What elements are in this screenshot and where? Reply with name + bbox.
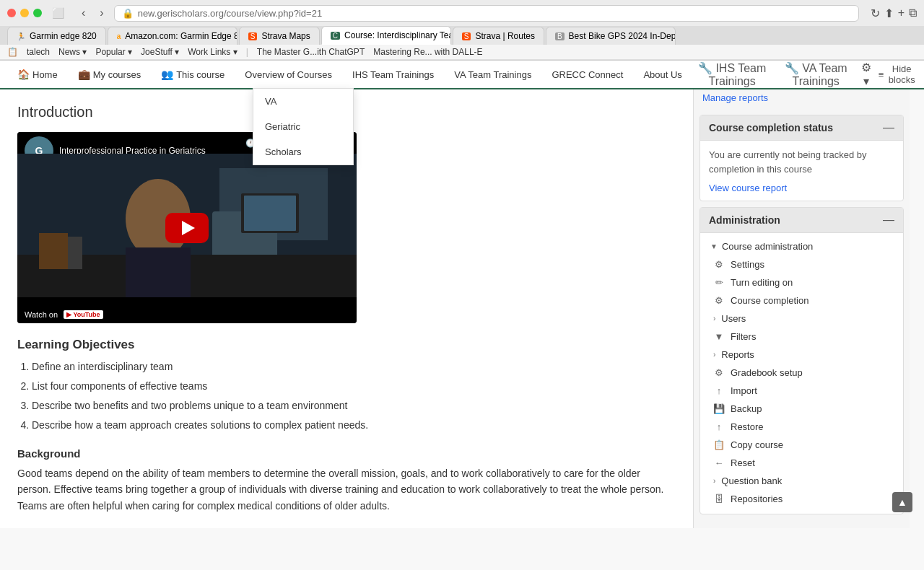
admin-question-bank-label: Question bank [721, 475, 782, 486]
svg-rect-4 [39, 233, 68, 269]
share-button[interactable]: ⬆ [884, 6, 894, 20]
bookmark-separator: | [246, 47, 248, 57]
tab-strava-maps[interactable]: S Strava Maps [239, 27, 320, 45]
ihs-team-trainings-nav-btn[interactable]: 🔧 IHS Team Trainings [692, 61, 772, 88]
nav-ihs-team[interactable]: IHS Team Trainings [342, 61, 444, 88]
admin-backup-item[interactable]: 💾 Backup [703, 400, 900, 418]
tab-best-bike-gps[interactable]: B Best Bike GPS 2024 In-Depth: G... [546, 27, 676, 45]
nav-bar: 🏠 Home 💼 My courses 👥 This course Overvi… [0, 61, 924, 89]
course-admin-header[interactable]: ▼ Course administration [703, 237, 900, 255]
list-icon: ≡ [879, 69, 884, 80]
nav-home[interactable]: 🏠 Home [7, 61, 68, 88]
admin-completion-item[interactable]: ⚙ Course completion [703, 291, 900, 310]
reset-icon: ← [713, 457, 725, 468]
tab-strava-routes[interactable]: S Strava | Routes [453, 27, 544, 45]
reload-button[interactable]: ↻ [871, 6, 880, 20]
dropdown-geriatric[interactable]: Geriatric [253, 114, 353, 139]
bookmark-worklinks[interactable]: Work Links ▾ [188, 47, 237, 57]
address-bar[interactable]: 🔒 new.gerischolars.org/course/view.php?i… [114, 5, 859, 22]
traffic-lights [7, 9, 42, 17]
dropdown-va[interactable]: VA [253, 89, 353, 114]
bookmark-dalle[interactable]: Mastering Re... with DALL-E [373, 47, 482, 57]
bookmark-news[interactable]: News ▾ [58, 47, 87, 57]
reports-chevron: › [713, 351, 715, 359]
pencil-icon: ✏ [713, 277, 725, 288]
tab-favicon-course: C [331, 32, 340, 40]
tab-favicon-garmin: 🏃 [17, 32, 25, 40]
nav-my-courses[interactable]: 💼 My courses [68, 61, 151, 88]
back-button[interactable]: ‹ [77, 5, 90, 21]
nav-about[interactable]: About Us [633, 61, 692, 88]
maximize-traffic-light[interactable] [33, 9, 42, 17]
settings-gear-button[interactable]: ⚙ ▾ [860, 61, 873, 88]
hide-blocks-button[interactable]: ≡ Hide blocks [879, 63, 917, 85]
admin-users-item[interactable]: › Users [703, 310, 900, 328]
admin-reports-item[interactable]: › Reports [703, 346, 900, 364]
admin-copy-item[interactable]: 📋 Copy course [703, 436, 900, 454]
right-sidebar: Manage reports Course completion status … [693, 89, 910, 528]
play-button[interactable] [165, 213, 209, 243]
nav-overview[interactable]: Overview of Courses [235, 61, 342, 88]
tab-favicon-strava-routes: S [462, 32, 471, 40]
completion-collapse-button[interactable]: — [883, 121, 894, 134]
minimize-traffic-light[interactable] [20, 9, 29, 17]
tab-favicon-strava: S [248, 32, 258, 40]
tab-label: Amazon.com: Garmin Edge 820,... [125, 31, 237, 41]
forward-button[interactable]: › [95, 5, 108, 21]
admin-backup-label: Backup [731, 403, 762, 414]
dropdown-scholars[interactable]: Scholars [253, 139, 353, 165]
admin-reports-label: Reports [721, 349, 754, 360]
svg-rect-9 [126, 247, 191, 297]
ihs-trainings-label: IHS Team Trainings [709, 62, 767, 87]
view-course-report-link[interactable]: View course report [709, 183, 787, 193]
nav-this-course-label: This course [176, 69, 225, 80]
admin-gradebook-item[interactable]: ⚙ Gradebook setup [703, 364, 900, 382]
close-traffic-light[interactable] [7, 9, 16, 17]
tab-garmin-820[interactable]: 🏃 Garmin edge 820 [7, 27, 106, 45]
manage-reports-link[interactable]: Manage reports [694, 89, 910, 109]
admin-repositories-item[interactable]: 🗄 Repositories [703, 490, 900, 508]
nav-overview-label: Overview of Courses [245, 69, 332, 80]
briefcase-icon: 💼 [78, 69, 90, 80]
admin-editing-label: Turn editing on [731, 277, 793, 288]
scroll-to-top-button[interactable]: ▲ [892, 492, 912, 512]
admin-collapse-button[interactable]: — [883, 214, 894, 227]
tabs-overview-button[interactable]: ⧉ [909, 6, 917, 20]
course-completion-block: Course completion status — You are curre… [699, 115, 904, 201]
nav-grecc[interactable]: GRECC Connect [541, 61, 633, 88]
tab-course[interactable]: C Course: Interdisciplinary Teamw... [321, 26, 451, 45]
sidebar-toggle-button[interactable]: ⬜ [48, 6, 69, 20]
admin-import-item[interactable]: ↑ Import [703, 382, 900, 400]
nav-this-course[interactable]: 👥 This course [151, 61, 235, 88]
nav-ihs-label: IHS Team Trainings [352, 69, 434, 80]
course-admin-chevron: ▼ [710, 242, 718, 250]
tab-label: Best Bike GPS 2024 In-Depth: G... [569, 31, 676, 41]
admin-reset-item[interactable]: ← Reset [703, 454, 900, 472]
play-triangle-icon [182, 221, 195, 235]
tab-amazon[interactable]: a Amazon.com: Garmin Edge 820,... [108, 27, 237, 45]
administration-body: ▼ Course administration ⚙ Settings ✏ Tur… [700, 233, 903, 514]
admin-question-bank-item[interactable]: › Question bank [703, 472, 900, 490]
admin-gradebook-label: Gradebook setup [731, 367, 803, 378]
admin-settings-item[interactable]: ⚙ Settings [703, 255, 900, 273]
bookmark-chatgpt[interactable]: The Master G...ith ChatGPT [257, 47, 365, 57]
svg-rect-5 [68, 237, 82, 269]
va-team-trainings-nav-btn[interactable]: 🔧 VA Team Trainings [777, 61, 854, 88]
background-text: Good teams depend on the ability of team… [17, 465, 676, 514]
admin-settings-label: Settings [731, 259, 764, 270]
objective-2: List four components of effective teams [32, 379, 676, 394]
bookmark-popular[interactable]: Popular ▾ [95, 47, 132, 57]
admin-editing-item[interactable]: ✏ Turn editing on [703, 273, 900, 291]
admin-restore-item[interactable]: ↑ Restore [703, 418, 900, 436]
tabs-bar: 🏃 Garmin edge 820 a Amazon.com: Garmin E… [0, 26, 924, 45]
gradebook-icon: ⚙ [713, 367, 725, 378]
new-tab-button[interactable]: + [898, 6, 905, 20]
course-admin-label: Course administration [722, 241, 813, 252]
wrench2-icon: 🔧 [785, 62, 799, 74]
bookmark-joestuff[interactable]: JoeStuff ▾ [141, 47, 179, 57]
bookmark-talech[interactable]: talech [27, 47, 50, 57]
admin-filters-item[interactable]: ▼ Filters [703, 328, 900, 346]
nav-va-team[interactable]: VA Team Trainings [444, 61, 541, 88]
nav-va-label: VA Team Trainings [454, 69, 531, 80]
bookmark-icon: 📋 [7, 47, 18, 57]
